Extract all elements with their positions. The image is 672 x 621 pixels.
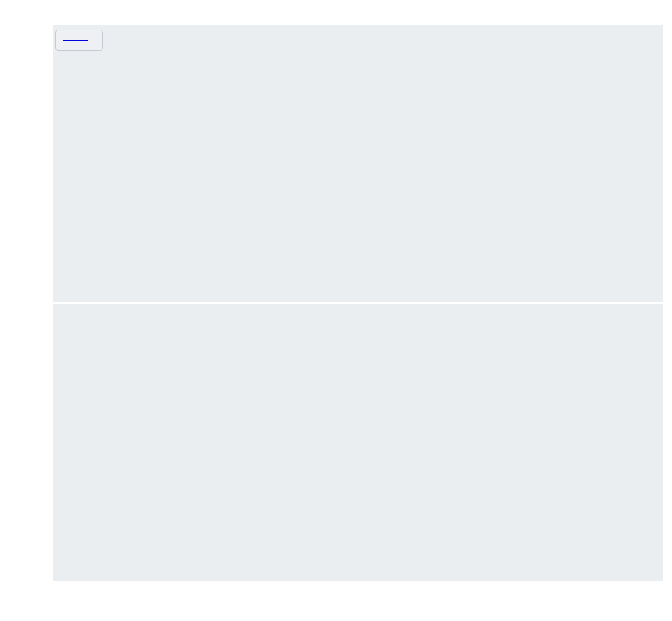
economic-capital-ratio-plot <box>53 25 663 302</box>
absolute-change-plot <box>53 304 663 581</box>
legend-line-sample <box>63 40 88 41</box>
figure <box>0 0 672 621</box>
legend <box>55 30 103 51</box>
